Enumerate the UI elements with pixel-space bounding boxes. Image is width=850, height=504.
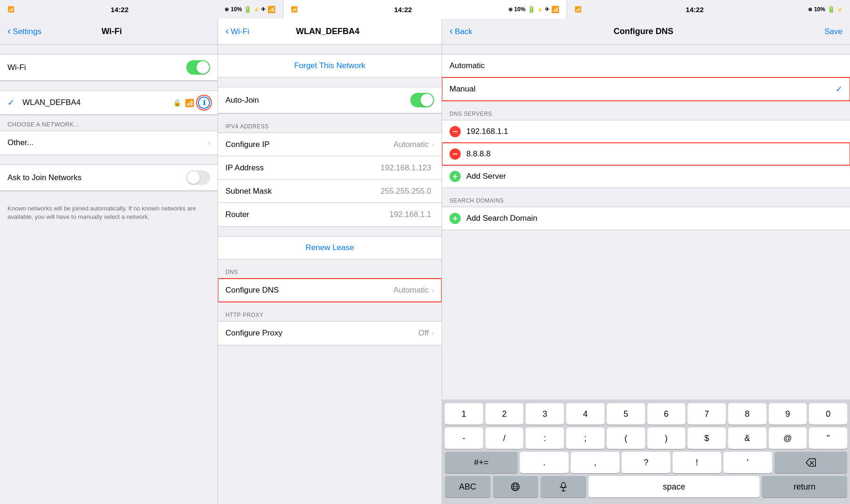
remove-dns-server-1-button[interactable]: − (450, 126, 461, 137)
status-right-1: ⊕ 10% 🔋 ⚡ ✈ 📶 (225, 6, 275, 13)
key-exclaim[interactable]: ! (673, 452, 721, 473)
add-search-domain-row[interactable]: + Add Search Domain (442, 207, 850, 230)
wifi-toggle-row[interactable]: Wi-Fi (0, 55, 218, 81)
router-label: Router (225, 210, 389, 219)
wifi-toggle[interactable] (186, 60, 210, 75)
status-icons-left-2: 📶 (291, 6, 298, 13)
key-dollar[interactable]: $ (688, 427, 726, 449)
ask-join-row[interactable]: Ask to Join Networks (0, 165, 218, 191)
key-at[interactable]: @ (769, 427, 807, 449)
key-9[interactable]: 9 (769, 403, 807, 425)
key-6[interactable]: 6 (647, 403, 686, 425)
auto-join-toggle[interactable] (410, 93, 434, 107)
configure-proxy-label: Configure Proxy (225, 329, 418, 338)
add-search-domain-button[interactable]: + (450, 213, 461, 224)
panel1-content: Wi-Fi ✓ WLAN_DEFBA4 🔒 📶 ℹ CHOOSE A NETWO… (0, 45, 218, 504)
automatic-dns-option[interactable]: Automatic (442, 55, 850, 77)
key-7[interactable]: 7 (688, 403, 726, 425)
location-icon-3: ⊕ (808, 7, 812, 13)
key-quote[interactable]: " (809, 427, 847, 449)
panel2-navbar: ‹ Wi-Fi WLAN_DEFBA4 (218, 19, 442, 45)
configure-proxy-row[interactable]: Configure Proxy Off › (218, 322, 442, 345)
key-ampersand[interactable]: & (728, 427, 766, 449)
manual-check-icon: ✓ (836, 84, 843, 94)
settings-back-label: Settings (13, 27, 41, 36)
connected-network-item[interactable]: ✓ WLAN_DEFBA4 🔒 📶 ℹ (0, 91, 218, 115)
configure-proxy-value: Off (418, 329, 429, 338)
other-label: Other... (7, 138, 208, 147)
ask-join-toggle[interactable] (186, 170, 210, 185)
key-close-paren[interactable]: ) (647, 427, 686, 449)
key-apostrophe[interactable]: ' (724, 452, 772, 473)
key-microphone[interactable] (541, 476, 586, 497)
manual-label: Manual (450, 84, 836, 94)
status-time-1: 14:22 (111, 6, 128, 14)
ask-join-toggle-knob (187, 171, 200, 184)
key-abc[interactable]: ABC (445, 476, 491, 497)
key-comma[interactable]: , (571, 452, 619, 473)
key-globe[interactable] (493, 476, 539, 497)
key-colon[interactable]: : (526, 427, 564, 449)
http-proxy-section-label: HTTP PROXY (218, 312, 442, 321)
key-8[interactable]: 8 (728, 403, 766, 425)
configure-dns-value: Automatic (393, 286, 429, 295)
back-label-dns: Back (455, 27, 472, 36)
save-button[interactable]: Save (815, 27, 843, 36)
info-button[interactable]: ℹ (198, 97, 210, 109)
key-return[interactable]: return (762, 476, 847, 497)
auto-join-row[interactable]: Auto-Join (218, 87, 442, 113)
configure-dns-row[interactable]: Configure DNS Automatic › (218, 279, 442, 302)
location-icon-2: ⊕ (508, 7, 513, 13)
key-3[interactable]: 3 (526, 403, 564, 425)
key-2[interactable]: 2 (485, 403, 524, 425)
add-server-row[interactable]: + Add Server (442, 165, 850, 188)
key-period[interactable]: . (520, 452, 569, 473)
router-value: 192.168.1.1 (389, 210, 431, 219)
status-icons-left: 📶 (7, 6, 14, 13)
delete-key[interactable] (774, 452, 847, 473)
remove-dns-server-2-button[interactable]: − (450, 148, 461, 160)
forget-network-button[interactable]: Forget This Network (218, 54, 442, 77)
panel1-navbar: ‹ Settings Wi-Fi (0, 19, 218, 45)
key-5[interactable]: 5 (607, 403, 645, 425)
battery-percent-3: 10% (814, 6, 825, 13)
subnet-mask-row: Subnet Mask 255.255.255.0 (218, 180, 442, 203)
key-0[interactable]: 0 (809, 403, 847, 425)
dns-server-2-value[interactable]: 8.8.8.8 (466, 149, 843, 159)
key-dash[interactable]: - (445, 427, 483, 449)
wifi-back-label: Wi-Fi (231, 27, 249, 36)
wifi-icon-2: 📶 (291, 6, 298, 13)
configure-dns-chevron: › (432, 286, 434, 294)
back-chevron-3-icon: ‹ (450, 26, 453, 36)
configure-ip-row[interactable]: Configure IP Automatic › (218, 133, 442, 156)
keyboard: 1 2 3 4 5 6 7 8 9 0 - / : ; ( ) $ & @ " … (442, 399, 850, 504)
wifi-toggle-label: Wi-Fi (7, 63, 186, 72)
key-open-paren[interactable]: ( (607, 427, 645, 449)
back-button-dns[interactable]: ‹ Back (450, 27, 472, 36)
key-space[interactable]: space (589, 476, 759, 497)
key-question[interactable]: ? (622, 452, 670, 473)
renew-lease-button[interactable]: Renew Lease (218, 236, 442, 259)
router-row: Router 192.168.1.1 (218, 203, 442, 226)
auto-join-knob (421, 94, 433, 106)
key-slash[interactable]: / (485, 427, 524, 449)
key-semicolon[interactable]: ; (566, 427, 604, 449)
airplane-icon-1: ✈ (261, 6, 266, 13)
wifi-back-button[interactable]: ‹ Wi-Fi (225, 27, 249, 36)
ask-join-label: Ask to Join Networks (7, 173, 186, 182)
status-right-3: ⊕ 10% 🔋 ⚡ (808, 6, 843, 13)
signal-icon-1: 📶 (267, 6, 275, 13)
key-4[interactable]: 4 (566, 403, 604, 425)
keyboard-row-numbers: 1 2 3 4 5 6 7 8 9 0 (445, 403, 847, 425)
other-network-item[interactable]: Other... › (0, 131, 218, 154)
manual-dns-option[interactable]: Manual ✓ (442, 77, 850, 101)
settings-back-button[interactable]: ‹ Settings (7, 27, 42, 36)
battery-icon-1: 🔋 (244, 6, 252, 13)
key-hash-plus-equals[interactable]: #+= (445, 452, 518, 473)
key-1[interactable]: 1 (445, 403, 483, 425)
dns-server-1-row: − 192.168.1.1 (442, 120, 850, 143)
wifi-toggle-knob (197, 61, 209, 74)
automatic-label: Automatic (450, 61, 843, 70)
add-server-button[interactable]: + (450, 171, 461, 182)
battery-icon-3: 🔋 (827, 6, 835, 13)
